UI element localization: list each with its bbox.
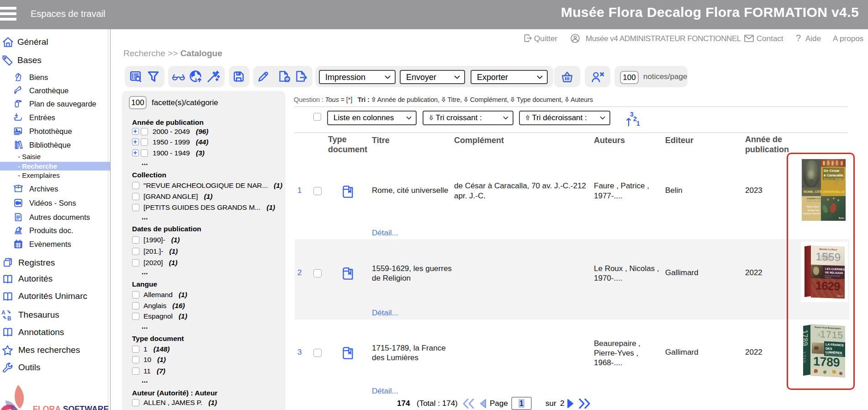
svg-text:1: 1: [636, 120, 640, 127]
svg-text:B: B: [7, 315, 11, 321]
svg-text:A: A: [1, 309, 5, 316]
